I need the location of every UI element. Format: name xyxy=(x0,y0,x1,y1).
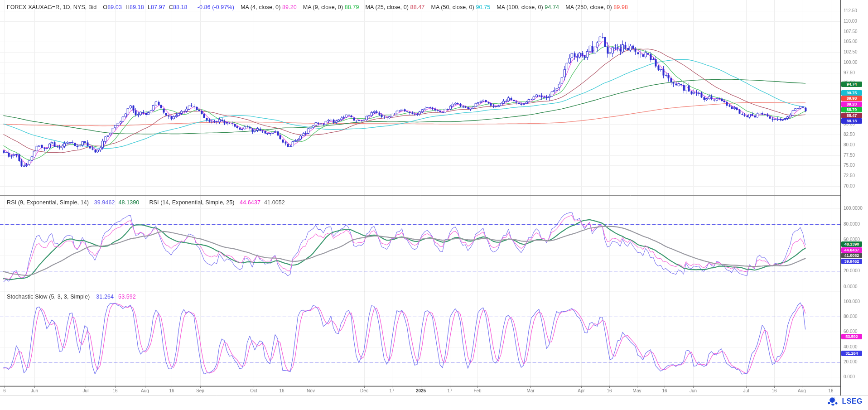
price-pane-header: FOREX XAUXAG=R, 1D, NYS, Bid O89.03H89.1… xyxy=(7,4,634,10)
stoch-values: 31.26453.592 xyxy=(96,294,140,300)
stoch-tick-label: 0.000 xyxy=(844,374,855,379)
price-badge: 88.47 xyxy=(841,113,862,118)
time-tick-label: 2025 xyxy=(416,388,426,393)
time-tick-label: Jul xyxy=(83,388,89,393)
quote-field: L87.97 xyxy=(148,4,165,10)
rsi-legend-value: 39.9462 xyxy=(94,199,115,206)
time-tick-label: Dec xyxy=(360,388,368,393)
ma-legend-label: MA (9, close, 0) xyxy=(303,4,345,10)
ma-legend-value: 90.75 xyxy=(476,4,490,10)
quote-field-value: 89.18 xyxy=(130,4,144,10)
price-badge: 90.75 xyxy=(841,90,862,96)
ma-legend-value: 94.74 xyxy=(545,4,559,10)
price-tick-label: 75.00 xyxy=(844,163,855,168)
price-tick-label: 112.50 xyxy=(844,8,857,13)
time-tick-label: 16 xyxy=(607,388,612,393)
stoch-tick-label: 20.000 xyxy=(844,359,858,364)
time-tick-label: 16 xyxy=(662,388,667,393)
price-tick-label: 72.50 xyxy=(844,173,855,178)
price-tick-label: 100.00 xyxy=(844,60,858,65)
quote-field: O89.03 xyxy=(103,4,122,10)
rsi-tick-label: 80.0000 xyxy=(844,222,860,227)
stoch-tick-label: 100.000 xyxy=(844,299,860,304)
price-tick-label: 77.50 xyxy=(844,153,855,158)
stoch-badge: 31.264 xyxy=(841,351,862,356)
ma-legend-item: MA (4, close, 0) 89.20 xyxy=(241,4,297,10)
time-tick-label: 17 xyxy=(447,388,452,393)
time-tick-label: Apr xyxy=(578,388,585,393)
ma-legend-label: MA (25, close, 0) xyxy=(366,4,410,10)
ma-legend-value: 89.20 xyxy=(282,4,297,10)
rsi-legend-value: 41.0052 xyxy=(264,199,285,206)
ma-legend-label: MA (100, close, 0) xyxy=(497,4,545,10)
rsi-badge: 39.9462 xyxy=(841,259,862,264)
stoch-badge: 53.592 xyxy=(841,334,862,339)
time-tick-label: 16 xyxy=(772,388,776,393)
rsi-legend-label: RSI (14, Exponential, Simple, 25) xyxy=(149,199,236,206)
price-tick-label: 80.00 xyxy=(844,142,855,147)
time-tick-label: 17 xyxy=(389,388,394,393)
stoch-legend-value: 53.592 xyxy=(118,294,136,300)
rsi-legend-label: RSI (9, Exponential, Simple, 14) xyxy=(7,199,91,206)
lseg-crest-icon xyxy=(827,396,839,406)
stoch-pane-header: Stochastic Slow (5, 3, 3, Simple) 31.264… xyxy=(7,294,140,300)
rsi-badge: 44.6437 xyxy=(841,247,862,253)
time-tick-label: 18 xyxy=(828,388,833,393)
lseg-logo-text: LSEG xyxy=(842,397,863,405)
time-tick-label: Feb xyxy=(473,388,481,393)
quote-field-label: H xyxy=(125,4,130,10)
price-tick-label: 110.00 xyxy=(844,19,857,24)
change-value: -0.86 (-0.97%) xyxy=(198,4,234,10)
time-tick-label: Jun xyxy=(690,388,697,393)
ma-legend-value: 88.79 xyxy=(345,4,359,10)
time-tick-label: Jun xyxy=(31,388,38,393)
price-tick-label: 97.50 xyxy=(844,70,855,75)
time-tick-label: Nov xyxy=(307,388,315,393)
stoch-legend-value: 31.264 xyxy=(96,294,114,300)
time-tick-label: May xyxy=(633,388,641,393)
time-tick-label: 16 xyxy=(112,388,117,393)
time-tick-label: Jul xyxy=(743,388,749,393)
time-tick-label: 16 xyxy=(279,388,284,393)
ma-legend-item: MA (25, close, 0) 88.47 xyxy=(366,4,425,10)
quote-field-label: C xyxy=(169,4,173,10)
ma-legend: MA (4, close, 0) 89.20MA (9, close, 0) 8… xyxy=(241,4,634,10)
rsi-badge: 48.1390 xyxy=(841,241,862,247)
ma-legend-value: 89.98 xyxy=(613,4,628,10)
price-badge: 89.98 xyxy=(841,96,862,101)
rsi-legend-group: RSI (9, Exponential, Simple, 14) 39.9462… xyxy=(7,199,139,206)
quote-field: H89.18 xyxy=(125,4,144,10)
price-badge: 88.79 xyxy=(841,107,862,112)
price-tick-label: 102.50 xyxy=(844,49,858,54)
ma-legend-label: MA (4, close, 0) xyxy=(241,4,282,10)
ma-legend-item: MA (9, close, 0) 88.79 xyxy=(303,4,359,10)
price-badge: 88.18 xyxy=(841,118,862,124)
ma-legend-item: MA (250, close, 0) 89.98 xyxy=(565,4,628,10)
quote-field-label: O xyxy=(103,4,107,10)
quote-field-value: 89.03 xyxy=(107,4,122,10)
price-badge: 89.20 xyxy=(841,101,862,107)
chart-window: FOREX XAUXAG=R, 1D, NYS, Bid O89.03H89.1… xyxy=(0,0,868,410)
quote-values: O89.03H89.18L87.97C88.18 xyxy=(103,4,191,10)
ma-legend-label: MA (50, close, 0) xyxy=(431,4,476,10)
ma-legend-item: MA (50, close, 0) 90.75 xyxy=(431,4,490,10)
time-tick-label: Aug xyxy=(798,388,806,393)
quote-field: C88.18 xyxy=(169,4,188,10)
price-tick-label: 82.50 xyxy=(844,132,855,137)
quote-field-label: L xyxy=(148,4,151,10)
time-tick-label: 16 xyxy=(169,388,174,393)
rsi-legend-group: RSI (14, Exponential, Simple, 25) 44.643… xyxy=(149,199,285,206)
rsi-tick-label: 100.0000 xyxy=(844,206,863,211)
stoch-tick-label: 80.000 xyxy=(844,314,858,319)
rsi-badge: 41.0052 xyxy=(841,253,862,258)
rsi-legend-value: 48.1390 xyxy=(119,199,140,206)
rsi-legend-value: 44.6437 xyxy=(240,199,260,206)
time-tick-label: Oct xyxy=(250,388,257,393)
ma-legend-item: MA (100, close, 0) 94.74 xyxy=(497,4,559,10)
instrument-label: FOREX XAUXAG=R, 1D, NYS, Bid xyxy=(7,4,96,10)
price-badge: 94.74 xyxy=(841,82,862,87)
stoch-label: Stochastic Slow (5, 3, 3, Simple) xyxy=(7,294,90,300)
price-tick-label: 105.00 xyxy=(844,39,858,44)
stoch-tick-label: 40.000 xyxy=(844,344,858,349)
quote-field-value: 88.18 xyxy=(173,4,188,10)
